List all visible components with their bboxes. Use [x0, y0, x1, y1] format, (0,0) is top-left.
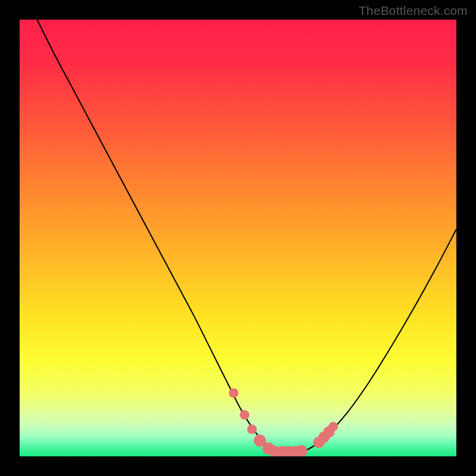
curve-markers: [229, 388, 339, 456]
curve-marker: [229, 388, 239, 397]
bottleneck-chart: [20, 20, 456, 456]
watermark-text: TheBottleneck.com: [359, 4, 468, 18]
plot-area: [20, 20, 456, 456]
curve-marker: [328, 422, 338, 431]
curve-marker: [247, 424, 256, 434]
bottleneck-curve: [37, 20, 456, 452]
curve-marker: [240, 410, 249, 419]
